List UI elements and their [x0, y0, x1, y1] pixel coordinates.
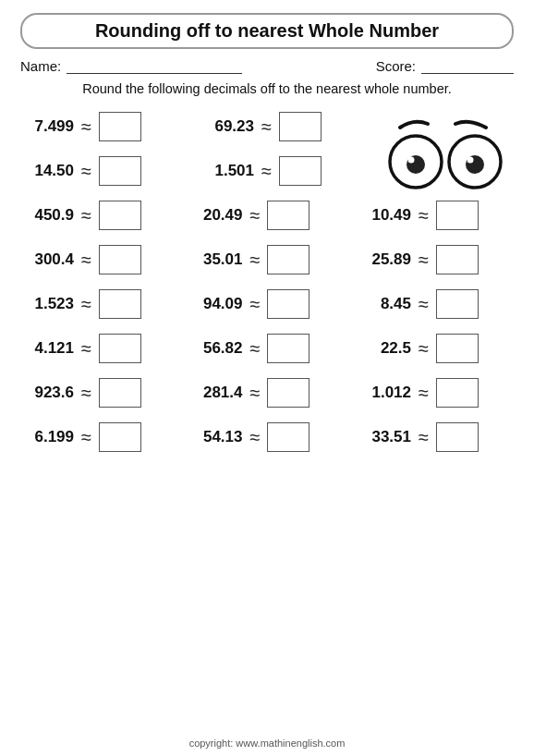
approx-icon: ≈: [81, 338, 91, 360]
svg-point-4: [408, 157, 415, 164]
problem-cell-6-2: 56.82 ≈: [189, 334, 346, 363]
answer-box[interactable]: [436, 245, 479, 274]
copyright: copyright: www.mathinenglish.com: [0, 738, 534, 749]
score-underline: [421, 59, 514, 74]
answer-box[interactable]: [99, 378, 141, 408]
problem-cell-6-3: 22.5 ≈: [358, 334, 514, 363]
number-label: 281.4: [189, 384, 243, 402]
approx-icon: ≈: [419, 294, 429, 315]
approx-icon: ≈: [419, 427, 429, 448]
approx-icon: ≈: [419, 383, 429, 404]
problem-cell-8-3: 33.51 ≈: [358, 422, 514, 452]
number-label: 20.49: [189, 206, 243, 225]
answer-box[interactable]: [436, 378, 479, 408]
answer-box[interactable]: [279, 112, 322, 141]
approx-icon: ≈: [250, 250, 261, 271]
approx-icon: ≈: [250, 205, 261, 226]
number-label: 300.4: [20, 250, 74, 269]
number-label: 22.5: [358, 339, 411, 358]
score-label: Score:: [376, 58, 416, 74]
approx-icon: ≈: [250, 338, 261, 360]
problem-cell-5-2: 94.09 ≈: [189, 289, 346, 319]
number-label: 450.9: [20, 206, 74, 225]
answer-box[interactable]: [267, 334, 309, 363]
problem-cell-5-1: 1.523 ≈: [20, 289, 176, 319]
answer-box[interactable]: [267, 289, 309, 319]
answer-box[interactable]: [436, 289, 479, 319]
approx-icon: ≈: [419, 250, 429, 271]
name-field: Name:: [20, 58, 242, 74]
title: Rounding off to nearest Whole Number: [20, 13, 514, 49]
approx-icon: ≈: [81, 427, 91, 448]
problem-cell-5-3: 8.45 ≈: [358, 289, 514, 319]
eyes-decoration: [386, 111, 506, 213]
answer-box[interactable]: [99, 201, 141, 230]
problem-cell-1-2: 69.23 ≈: [200, 112, 362, 141]
name-score-row: Name: Score:: [20, 58, 514, 74]
approx-icon: ≈: [81, 250, 91, 271]
answer-box[interactable]: [279, 156, 322, 186]
problem-row-4: 300.4 ≈ 35.01 ≈ 25.89 ≈: [20, 242, 514, 277]
number-label: 7.499: [20, 117, 74, 136]
problem-row-8: 6.199 ≈ 54.13 ≈ 33.51 ≈: [20, 420, 514, 455]
number-label: 4.121: [20, 339, 74, 358]
number-label: 69.23: [200, 117, 254, 136]
number-label: 54.13: [189, 428, 243, 446]
answer-box[interactable]: [267, 201, 309, 230]
approx-icon: ≈: [81, 116, 91, 138]
eyes-svg: [386, 111, 506, 213]
approx-icon: ≈: [261, 116, 272, 138]
problem-cell-8-1: 6.199 ≈: [20, 422, 176, 452]
answer-box[interactable]: [436, 422, 479, 452]
problem-row-5: 1.523 ≈ 94.09 ≈ 8.45 ≈: [20, 287, 514, 322]
number-label: 35.01: [189, 250, 243, 269]
problem-cell-2-1: 14.50 ≈: [20, 156, 182, 186]
problem-cell-3-1: 450.9 ≈: [20, 201, 176, 230]
instructions: Round the following decimals off to the …: [20, 81, 514, 96]
number-label: 14.50: [20, 162, 74, 180]
answer-box[interactable]: [99, 422, 141, 452]
answer-box[interactable]: [99, 289, 141, 319]
problem-cell-4-1: 300.4 ≈: [20, 245, 176, 274]
number-label: 25.89: [358, 250, 411, 269]
approx-icon: ≈: [81, 161, 91, 182]
approx-icon: ≈: [419, 338, 429, 360]
number-label: 56.82: [189, 339, 243, 358]
answer-box[interactable]: [99, 334, 141, 363]
approx-icon: ≈: [250, 427, 261, 448]
problem-cell-4-2: 35.01 ≈: [189, 245, 346, 274]
score-field: Score:: [376, 58, 514, 74]
answer-box[interactable]: [99, 156, 141, 186]
answer-box[interactable]: [267, 422, 309, 452]
number-label: 6.199: [20, 428, 74, 446]
number-label: 1.501: [200, 162, 254, 180]
answer-box[interactable]: [267, 245, 309, 274]
number-label: 1.523: [20, 295, 74, 313]
problem-cell-8-2: 54.13 ≈: [189, 422, 346, 452]
problem-cell-3-2: 20.49 ≈: [189, 201, 346, 230]
problem-cell-1-1: 7.499 ≈: [20, 112, 182, 141]
problem-cell-4-3: 25.89 ≈: [358, 245, 514, 274]
problem-cell-2-2: 1.501 ≈: [200, 156, 362, 186]
approx-icon: ≈: [261, 161, 272, 182]
problem-cell-7-1: 923.6 ≈: [20, 378, 176, 408]
page: Rounding off to nearest Whole Number Nam…: [0, 0, 534, 756]
problem-cell-7-2: 281.4 ≈: [189, 378, 346, 408]
answer-box[interactable]: [99, 245, 141, 274]
problem-row-7: 923.6 ≈ 281.4 ≈ 1.012 ≈: [20, 375, 514, 410]
number-label: 33.51: [358, 428, 411, 446]
approx-icon: ≈: [81, 383, 91, 404]
name-label: Name:: [20, 58, 61, 74]
answer-box[interactable]: [99, 112, 141, 141]
problem-row-6: 4.121 ≈ 56.82 ≈ 22.5 ≈: [20, 331, 514, 366]
answer-box[interactable]: [267, 378, 309, 408]
problem-cell-6-1: 4.121 ≈: [20, 334, 176, 363]
name-underline: [67, 59, 242, 74]
approx-icon: ≈: [250, 294, 261, 315]
answer-box[interactable]: [436, 334, 479, 363]
number-label: 94.09: [189, 295, 243, 313]
problem-cell-7-3: 1.012 ≈: [358, 378, 514, 408]
approx-icon: ≈: [81, 294, 91, 315]
approx-icon: ≈: [81, 205, 91, 226]
approx-icon: ≈: [250, 383, 261, 404]
